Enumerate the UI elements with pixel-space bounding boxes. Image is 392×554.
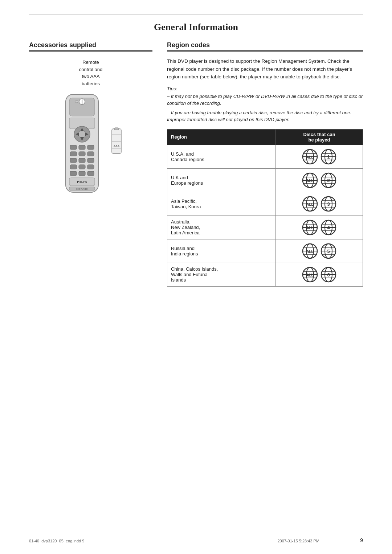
svg-text:DVD PLAYER: DVD PLAYER	[76, 188, 88, 190]
discs-cell: ALL 2	[276, 168, 363, 192]
svg-rect-21	[70, 165, 77, 169]
table-row: U.K andEurope regions ALL	[167, 168, 363, 192]
region-cell: Australia,New Zealand,Latin America	[167, 216, 276, 239]
svg-rect-18	[70, 158, 77, 163]
svg-rect-22	[79, 165, 85, 169]
border-left	[22, 15, 22, 532]
svg-text:ALL: ALL	[306, 273, 313, 277]
region-cell: Russia andIndia regions	[167, 239, 276, 263]
discs-col-header: Discs that canbe played	[276, 129, 363, 145]
svg-rect-25	[79, 171, 85, 176]
svg-rect-20	[87, 158, 94, 163]
svg-text:ALL: ALL	[306, 179, 313, 183]
page: General Information Accessories supplied…	[0, 0, 392, 554]
discs-cell: ALL 3	[276, 192, 363, 216]
svg-text:ALL: ALL	[306, 155, 313, 159]
svg-rect-32	[114, 128, 119, 130]
table-row: Asia Pacific,Taiwan, Korea ALL	[167, 192, 363, 216]
svg-text:ALL: ALL	[306, 250, 313, 254]
svg-rect-24	[70, 171, 77, 176]
svg-rect-14	[87, 145, 94, 149]
remote-container: PHILIPS DVD PLAYER AAA	[58, 91, 123, 200]
region-col-header: Region	[167, 129, 276, 145]
discs-cell: ALL 5	[276, 239, 363, 263]
discs-cell: ALL 4	[276, 216, 363, 239]
table-header-row: Region Discs that canbe played	[167, 129, 363, 145]
region-cell: Asia Pacific,Taiwan, Korea	[167, 192, 276, 216]
region-table: Region Discs that canbe played U.S.A. an…	[167, 129, 363, 287]
svg-text:4: 4	[327, 225, 330, 230]
tip-1: – It may not be possible to play CD-R/RW…	[167, 93, 363, 107]
region-number-icon-3: 3	[320, 196, 336, 212]
region-cell: China, Calcos Islands,Walls and FutunaIs…	[167, 263, 276, 286]
svg-rect-26	[87, 171, 94, 176]
svg-rect-15	[70, 152, 77, 156]
border-top	[29, 15, 363, 15]
left-column: Accessories supplied Remotecontrol andtw…	[29, 41, 152, 287]
discs-cell: ALL 1	[276, 145, 363, 168]
svg-text:ALL: ALL	[306, 202, 313, 206]
right-column: Region codes This DVD player is designed…	[167, 41, 363, 287]
page-number: 9	[360, 537, 363, 543]
svg-text:1: 1	[327, 154, 330, 160]
region-codes-title: Region codes	[167, 41, 363, 52]
all-globe-icon: ALL	[302, 196, 318, 212]
footer-date: 2007-01-15 5:23:43 PM	[277, 539, 319, 543]
svg-text:5: 5	[327, 249, 330, 254]
border-bottom	[29, 532, 363, 532]
table-row: China, Calcos Islands,Walls and FutunaIs…	[167, 263, 363, 286]
remote-label: Remotecontrol andtwo AAAbatteries	[79, 59, 102, 87]
region-number-icon-1: 1	[320, 149, 336, 165]
footer-filename: 01-40_dvp3120_05_eng.indd 9	[29, 539, 84, 543]
region-number-icon-5: 5	[320, 243, 336, 259]
remote-illustration: PHILIPS DVD PLAYER	[58, 91, 106, 200]
svg-rect-23	[87, 165, 94, 169]
all-globe-icon: ALL	[302, 267, 318, 283]
region-cell: U.S.A. andCanada regions	[167, 145, 276, 168]
svg-point-7	[78, 131, 86, 138]
accessories-content: Remotecontrol andtwo AAAbatteries	[29, 59, 152, 200]
svg-text:PHILIPS: PHILIPS	[77, 181, 87, 183]
region-number-icon-4: 4	[320, 219, 336, 235]
tips-section: Tips: – It may not be possible to play C…	[167, 86, 363, 123]
page-title: General Information	[29, 22, 363, 33]
main-content: Accessories supplied Remotecontrol andtw…	[29, 41, 363, 287]
all-globe-icon: ALL	[302, 172, 318, 188]
discs-cell: ALL 6	[276, 263, 363, 286]
all-globe-icon: ALL	[302, 149, 318, 165]
battery-illustration: AAA	[110, 127, 123, 156]
region-number-icon-6: 6	[320, 267, 336, 283]
tips-label: Tips:	[167, 86, 363, 91]
svg-rect-16	[79, 152, 85, 156]
all-globe-icon: ALL	[302, 243, 318, 259]
svg-text:AAA: AAA	[114, 144, 120, 148]
svg-rect-13	[79, 145, 85, 149]
svg-rect-12	[70, 145, 77, 149]
tip-2: – If you are having trouble playing a ce…	[167, 109, 363, 123]
region-description: This DVD player is designed to support t…	[167, 57, 363, 81]
region-cell: U.K andEurope regions	[167, 168, 276, 192]
svg-text:ALL: ALL	[306, 226, 313, 230]
table-row: Russia andIndia regions ALL	[167, 239, 363, 263]
svg-point-4	[75, 100, 78, 103]
svg-rect-31	[112, 129, 121, 153]
border-right	[370, 15, 370, 532]
svg-text:2: 2	[327, 178, 330, 183]
svg-rect-17	[87, 152, 94, 156]
svg-text:3: 3	[327, 201, 330, 207]
svg-text:6: 6	[327, 272, 330, 278]
all-globe-icon: ALL	[302, 219, 318, 235]
accessories-title: Accessories supplied	[29, 41, 152, 52]
table-row: Australia,New Zealand,Latin America ALL	[167, 216, 363, 239]
region-number-icon-2: 2	[320, 172, 336, 188]
table-row: U.S.A. andCanada regions ALL	[167, 145, 363, 168]
svg-rect-19	[79, 158, 85, 163]
